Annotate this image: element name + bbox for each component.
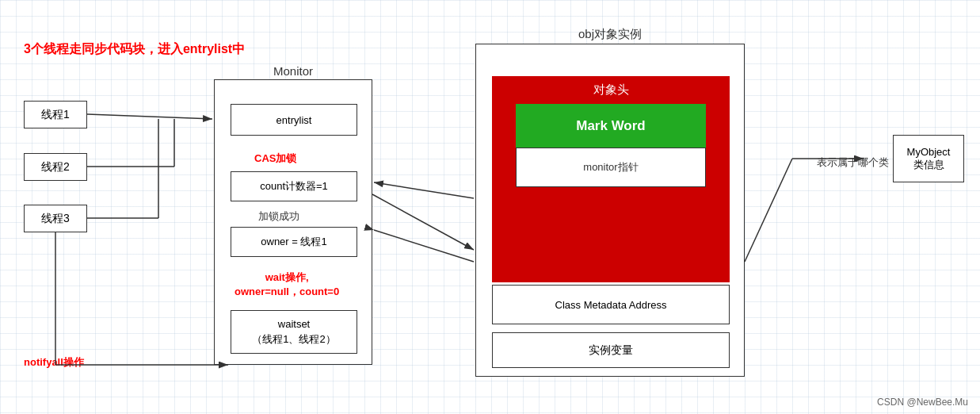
svg-line-10 xyxy=(374,182,474,198)
entrylist-box: entrylist xyxy=(231,104,357,136)
class-metadata-box: Class Metadata Address xyxy=(492,285,730,324)
object-head-label: 对象头 xyxy=(593,82,629,98)
monitor-container: Monitor entrylist CAS加锁 count计数器=1 加锁成功 … xyxy=(214,79,372,365)
svg-line-11 xyxy=(745,159,792,262)
jiasuo-label: 加锁成功 xyxy=(258,209,299,224)
cas-label: CAS加锁 xyxy=(254,151,296,166)
thread-2-label: 线程2 xyxy=(41,160,70,174)
svg-line-9 xyxy=(372,194,474,250)
watermark: CSDN @NewBee.Mu xyxy=(877,397,968,408)
mark-word-box: Mark Word xyxy=(516,104,706,148)
svg-line-2 xyxy=(87,114,212,119)
thread-2-box: 线程2 xyxy=(24,153,87,181)
svg-line-13 xyxy=(374,230,474,262)
page-title: 3个线程走同步代码块，进入entrylist中 xyxy=(24,41,245,58)
object-head: 对象头 Mark Word monitor指针 xyxy=(492,76,730,282)
thread-3-box: 线程3 xyxy=(24,205,87,232)
green-inner-box: Mark Word monitor指针 xyxy=(516,104,706,187)
monitor-title: Monitor xyxy=(273,64,313,78)
count-box: count计数器=1 xyxy=(231,171,357,201)
thread-1-box: 线程1 xyxy=(24,101,87,128)
thread-3-label: 线程3 xyxy=(41,212,70,226)
thread-1-label: 线程1 xyxy=(41,108,70,122)
notifyall-label: notifyall操作 xyxy=(24,355,84,370)
owner-box: owner = 线程1 xyxy=(231,227,357,257)
waitset-box: waitset（线程1、线程2） xyxy=(231,310,357,354)
myobject-box: MyObject 类信息 xyxy=(893,135,964,182)
instance-var-box: 实例变量 xyxy=(492,332,730,368)
obj-title: obj对象实例 xyxy=(578,27,642,42)
wait-label: wait操作, owner=null，count=0 xyxy=(235,270,339,299)
monitor-ptr-box: monitor指针 xyxy=(516,148,706,187)
belongs-label: 表示属于哪个类 xyxy=(817,155,889,170)
obj-container: obj对象实例 对象头 Mark Word monitor指针 Class Me… xyxy=(475,44,745,377)
